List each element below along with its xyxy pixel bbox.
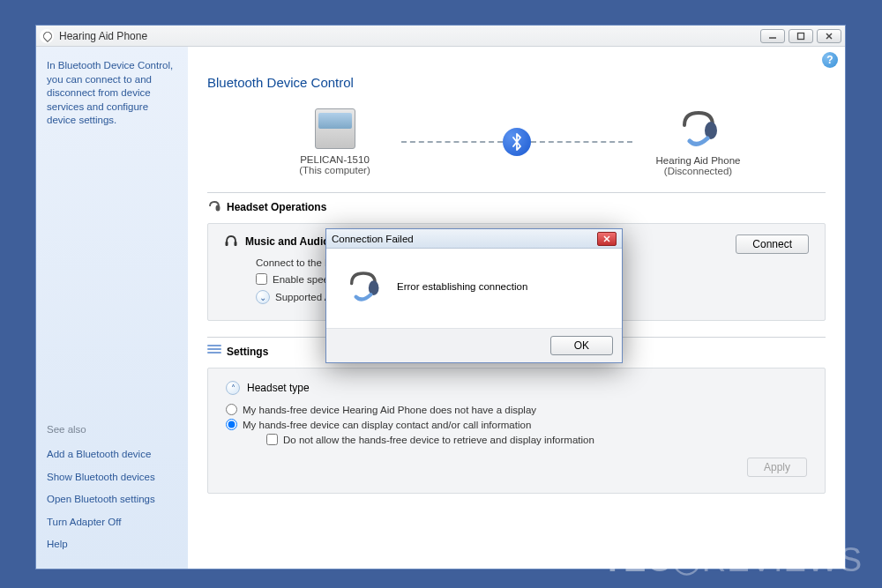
headset-type-panel: ˄ Headset type My hands-free device Hear… bbox=[207, 368, 826, 494]
computer-icon bbox=[315, 108, 355, 149]
remote-name: Hearing Aid Phone bbox=[656, 155, 741, 166]
link-add-bluetooth-device[interactable]: Add a Bluetooth device bbox=[47, 448, 177, 462]
maximize-button[interactable] bbox=[789, 29, 813, 43]
link-open-bluetooth-settings[interactable]: Open Bluetooth settings bbox=[47, 493, 177, 507]
headset-small-icon bbox=[207, 200, 221, 214]
computer-name: PELICAN-1510 bbox=[300, 154, 370, 165]
radio-has-display-input[interactable] bbox=[226, 419, 237, 430]
radio-has-display-label: My hands-free device can display contact… bbox=[243, 420, 531, 430]
connection-line-right bbox=[531, 141, 632, 143]
bluetooth-icon bbox=[503, 128, 531, 156]
headset-operations-label: Headset Operations bbox=[227, 201, 326, 213]
device-remote: Hearing Aid Phone (Disconnected) bbox=[632, 108, 765, 176]
settings-icon bbox=[207, 345, 221, 359]
window-buttons bbox=[760, 29, 841, 43]
sidebar-intro: In Bluetooth Device Control, you can con… bbox=[47, 59, 177, 128]
do-not-allow-label: Do not allow the hands-free device to re… bbox=[283, 435, 594, 445]
enable-speech-label: Enable spee bbox=[273, 274, 329, 285]
svg-rect-1 bbox=[798, 33, 804, 39]
dialog-close-button[interactable] bbox=[597, 232, 617, 246]
connection-failed-dialog: Connection Failed Error establishing con… bbox=[325, 228, 623, 363]
link-turn-adapter-off[interactable]: Turn Adapter Off bbox=[47, 516, 177, 530]
window-title: Hearing Aid Phone bbox=[59, 30, 760, 42]
link-show-bluetooth-devices[interactable]: Show Bluetooth devices bbox=[47, 471, 177, 485]
dialog-titlebar[interactable]: Connection Failed bbox=[326, 229, 622, 249]
apply-button: Apply bbox=[747, 458, 807, 477]
app-icon bbox=[40, 29, 54, 43]
radio-no-display-label: My hands-free device Hearing Aid Phone d… bbox=[243, 405, 536, 415]
remote-sub: (Disconnected) bbox=[664, 166, 732, 176]
help-icon[interactable]: ? bbox=[822, 52, 838, 68]
page-title: Bluetooth Device Control bbox=[207, 75, 826, 90]
svg-point-5 bbox=[216, 205, 220, 212]
dialog-headset-icon bbox=[346, 269, 381, 304]
connect-button[interactable]: Connect bbox=[736, 234, 809, 254]
headset-type-label: Headset type bbox=[247, 382, 310, 394]
do-not-allow-checkbox[interactable] bbox=[266, 434, 278, 445]
enable-speech-checkbox[interactable] bbox=[256, 273, 267, 285]
radio-no-display[interactable]: My hands-free device Hearing Aid Phone d… bbox=[226, 404, 807, 415]
headset-icon bbox=[677, 108, 720, 150]
dialog-ok-button[interactable]: OK bbox=[550, 336, 613, 355]
radio-has-display[interactable]: My hands-free device can display contact… bbox=[226, 419, 807, 430]
svg-rect-7 bbox=[235, 242, 237, 246]
settings-label: Settings bbox=[227, 346, 268, 358]
computer-sub: (This computer) bbox=[299, 165, 370, 175]
music-audio-label: Music and Audio bbox=[245, 235, 330, 248]
dialog-title: Connection Failed bbox=[332, 234, 597, 244]
device-diagram: PELICAN-1510 (This computer) Hearing Aid… bbox=[207, 108, 826, 176]
headset-operations-header: Headset Operations bbox=[207, 200, 826, 214]
connection-line-left bbox=[401, 141, 503, 143]
titlebar: Hearing Aid Phone bbox=[36, 26, 845, 47]
radio-no-display-input[interactable] bbox=[226, 404, 237, 415]
chevron-up-icon[interactable]: ˄ bbox=[226, 381, 240, 395]
see-also-label: See also bbox=[47, 423, 177, 437]
device-computer: PELICAN-1510 (This computer) bbox=[269, 108, 401, 175]
dialog-message: Error establishing connection bbox=[397, 281, 527, 292]
do-not-allow-row[interactable]: Do not allow the hands-free device to re… bbox=[266, 434, 807, 445]
link-help[interactable]: Help bbox=[47, 538, 177, 552]
sidebar: In Bluetooth Device Control, you can con… bbox=[36, 47, 188, 569]
headphones-icon bbox=[224, 234, 238, 249]
chevron-down-icon[interactable]: ⌄ bbox=[256, 290, 270, 304]
svg-rect-6 bbox=[226, 242, 228, 246]
close-button[interactable] bbox=[817, 29, 841, 43]
supported-label: Supported A bbox=[275, 292, 331, 302]
minimize-button[interactable] bbox=[760, 29, 785, 43]
